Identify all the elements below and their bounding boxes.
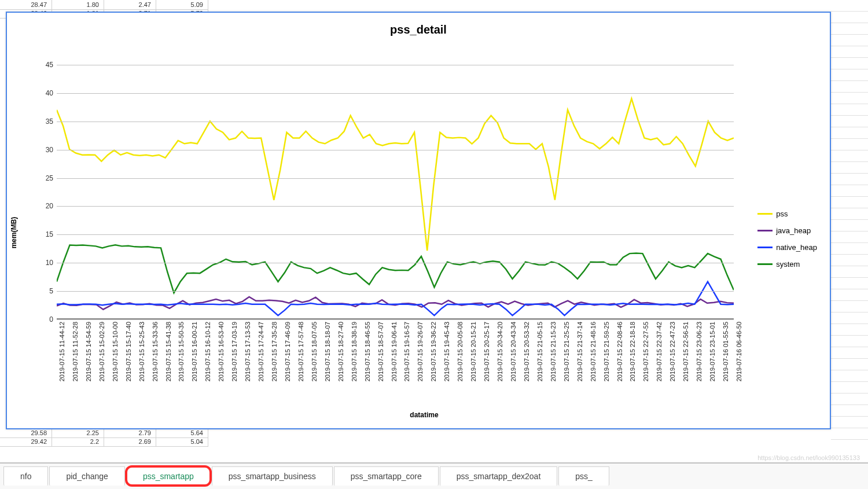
x-tick-label: 2019-07-15 17-13-53 — [244, 322, 251, 381]
x-tick-label: 2019-07-15 20-34-20 — [496, 322, 503, 381]
x-tick-label: 2019-07-15 22-08-46 — [616, 322, 623, 381]
chart-container[interactable]: pss_detail mem(MB) 051015202530354045 20… — [6, 12, 831, 429]
x-tick-label: 2019-07-15 14-54-59 — [85, 322, 92, 381]
spreadsheet-right-columns — [831, 0, 868, 448]
x-tick-label: 2019-07-16 06-46-50 — [735, 322, 742, 381]
x-tick-label: 2019-07-15 17-57-48 — [297, 322, 304, 381]
gridline — [57, 93, 734, 94]
x-tick-label: 2019-07-15 19-36-22 — [430, 322, 437, 381]
gridline — [57, 263, 734, 263]
legend-label: pss — [776, 209, 788, 218]
x-tick-label: 2019-07-15 18-18-07 — [324, 322, 331, 381]
legend-label: native_heap — [776, 243, 817, 252]
y-tick-label: 45 — [46, 61, 53, 69]
x-tick-label: 2019-07-15 18-27-40 — [337, 322, 344, 381]
spreadsheet-cell[interactable]: 2.2 — [52, 437, 104, 447]
sheet-tab-nfo[interactable]: nfo — [3, 466, 48, 486]
x-tick-label: 2019-07-15 15-33-36 — [152, 322, 159, 381]
series-java_heap — [57, 297, 734, 310]
x-tick-label: 2019-07-15 23-06-23 — [696, 322, 703, 381]
x-tick-label: 2019-07-15 18-38-19 — [351, 322, 358, 381]
x-tick-label: 2019-07-15 22-18-18 — [629, 322, 636, 381]
gridline — [57, 319, 734, 320]
legend-swatch — [757, 230, 773, 231]
x-tick-label: 2019-07-15 19-26-07 — [417, 322, 424, 381]
y-tick-label: 25 — [46, 174, 53, 182]
gridline — [57, 206, 734, 207]
x-tick-label: 2019-07-15 21-05-15 — [536, 322, 543, 381]
y-tick-label: 20 — [46, 202, 53, 210]
x-axis-ticks: 2019-07-15 11-44-122019-07-15 11-52-2820… — [57, 322, 734, 411]
x-tick-label: 2019-07-15 19-45-43 — [443, 322, 450, 381]
x-tick-label: 2019-07-15 20-15-21 — [470, 322, 477, 381]
x-tick-label: 2019-07-15 21-15-23 — [550, 322, 557, 381]
legend-item-system[interactable]: system — [757, 260, 817, 269]
y-tick-label: 10 — [46, 259, 53, 267]
x-tick-label: 2019-07-15 15-50-35 — [178, 322, 185, 381]
gridline — [57, 234, 734, 235]
x-tick-label: 2019-07-15 15-10-00 — [112, 322, 119, 381]
y-tick-label: 5 — [49, 287, 53, 295]
x-tick-label: 2019-07-15 18-46-55 — [364, 322, 371, 381]
x-tick-label: 2019-07-15 19-16-57 — [403, 322, 410, 381]
x-tick-label: 2019-07-15 22-47-23 — [669, 322, 676, 381]
sheet-tabs: nfopid_changepss_smartapppss_smartapp_bu… — [0, 462, 868, 489]
sheet-tab-pss_smartapp[interactable]: pss_smartapp — [126, 466, 211, 486]
x-tick-label: 2019-07-15 21-48-16 — [590, 322, 597, 381]
x-tick-label: 2019-07-15 22-27-55 — [642, 322, 649, 381]
chart-title: pss_detail — [7, 13, 830, 40]
gridline — [57, 150, 734, 150]
legend-swatch — [757, 247, 773, 248]
x-axis-label: datatime — [410, 411, 438, 426]
x-tick-label: 2019-07-15 22-37-42 — [656, 322, 663, 381]
x-tick-label: 2019-07-15 21-25-25 — [563, 322, 570, 381]
x-tick-label: 2019-07-15 17-46-09 — [284, 322, 291, 381]
gridline — [57, 122, 734, 122]
gridline — [57, 65, 734, 65]
sheet-tab-pss_[interactable]: pss_ — [558, 466, 609, 486]
legend-item-java_heap[interactable]: java_heap — [757, 226, 817, 235]
x-tick-label: 2019-07-15 16-53-40 — [218, 322, 225, 381]
sheet-tab-pss_smartapp_business[interactable]: pss_smartapp_business — [212, 466, 333, 486]
legend-swatch — [757, 263, 773, 265]
x-tick-label: 2019-07-15 18-07-05 — [311, 322, 318, 381]
y-tick-label: 30 — [46, 146, 53, 154]
plot-svg — [57, 65, 734, 318]
x-tick-label: 2019-07-15 15-41-38 — [165, 322, 172, 381]
legend-item-pss[interactable]: pss — [757, 209, 817, 218]
y-tick-label: 40 — [46, 89, 53, 97]
plot-area: 051015202530354045 — [57, 65, 734, 319]
y-tick-label: 0 — [49, 315, 53, 323]
watermark: https://blog.csdn.net/look990135133 — [757, 454, 860, 461]
legend-swatch — [757, 213, 773, 215]
x-tick-label: 2019-07-15 21-59-25 — [603, 322, 610, 381]
x-tick-label: 2019-07-15 16-10-12 — [204, 322, 211, 381]
plot-wrap: mem(MB) 051015202530354045 2019-07-15 11… — [24, 42, 824, 424]
series-system — [57, 245, 734, 293]
spreadsheet-cell[interactable]: 2.69 — [104, 437, 156, 447]
x-tick-label: 2019-07-15 20-53-32 — [523, 322, 530, 381]
x-tick-label: 2019-07-15 17-24-47 — [258, 322, 264, 381]
spreadsheet-cell[interactable]: 5.04 — [156, 437, 208, 447]
x-tick-label: 2019-07-15 20-05-08 — [457, 322, 464, 381]
legend-label: java_heap — [776, 226, 811, 235]
x-tick-label: 2019-07-15 20-25-17 — [483, 322, 490, 381]
x-tick-label: 2019-07-15 19-06-41 — [391, 322, 398, 381]
legend: pssjava_heapnative_heapsystem — [757, 209, 817, 277]
x-tick-label: 2019-07-15 23-15-01 — [709, 322, 716, 381]
series-native_heap — [57, 282, 734, 315]
x-tick-label: 2019-07-15 11-52-28 — [72, 322, 79, 381]
x-tick-label: 2019-07-15 11-44-12 — [58, 322, 65, 381]
legend-item-native_heap[interactable]: native_heap — [757, 243, 817, 252]
spreadsheet-cell[interactable]: 29.42 — [0, 437, 52, 447]
x-tick-label: 2019-07-15 18-57-07 — [377, 322, 384, 381]
spreadsheet-bottom-rows: 29.582.252.795.6429.422.22.695.04 — [0, 428, 868, 446]
x-tick-label: 2019-07-15 17-35-28 — [271, 322, 278, 381]
sheet-tab-pss_smartapp_core[interactable]: pss_smartapp_core — [334, 466, 439, 486]
sheet-tab-pid_change[interactable]: pid_change — [49, 466, 124, 486]
gridline — [57, 178, 734, 179]
x-tick-label: 2019-07-15 21-37-14 — [576, 322, 583, 381]
sheet-tab-pss_smartapp_dex2oat[interactable]: pss_smartapp_dex2oat — [440, 466, 558, 486]
y-tick-label: 35 — [46, 117, 53, 126]
x-tick-label: 2019-07-15 17-03-19 — [231, 322, 238, 381]
